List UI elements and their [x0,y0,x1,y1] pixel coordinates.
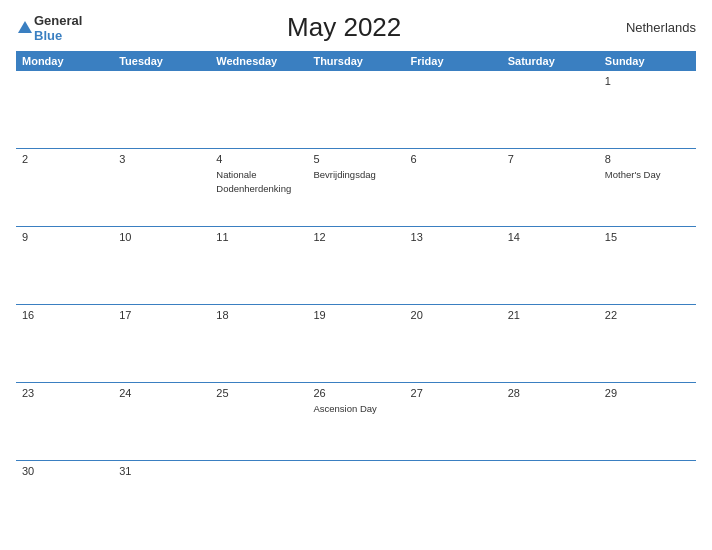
day-num-16: 16 [22,309,107,321]
header-friday: Friday [405,51,502,71]
cal-cell-w0-d6: 1 [599,71,696,148]
cal-cell-w5-d2 [210,461,307,538]
cal-cell-w5-d5 [502,461,599,538]
cal-cell-w0-d0 [16,71,113,148]
day-num-14: 14 [508,231,593,243]
day-num-31: 31 [119,465,204,477]
cal-cell-w3-d0: 16 [16,305,113,382]
cal-cell-w3-d6: 22 [599,305,696,382]
day-num-9: 9 [22,231,107,243]
day-num-2: 2 [22,153,107,165]
cal-cell-w0-d1 [113,71,210,148]
day-num-24: 24 [119,387,204,399]
country-label: Netherlands [606,20,696,35]
day-num-27: 27 [411,387,496,399]
calendar-page: General Blue May 2022 Netherlands Monday… [0,0,712,550]
day-num-18: 18 [216,309,301,321]
holiday-label: Mother's Day [605,169,661,180]
cal-cell-w4-d4: 27 [405,383,502,460]
logo-general: General [34,13,82,28]
cal-cell-w4-d1: 24 [113,383,210,460]
day-num-17: 17 [119,309,204,321]
cal-cell-w2-d3: 12 [307,227,404,304]
day-num-22: 22 [605,309,690,321]
day-num-3: 3 [119,153,204,165]
logo: General Blue [16,13,82,43]
cal-cell-w2-d2: 11 [210,227,307,304]
cal-cell-w5-d1: 31 [113,461,210,538]
day-num-4: 4 [216,153,301,165]
cal-cell-w3-d2: 18 [210,305,307,382]
calendar: Monday Tuesday Wednesday Thursday Friday… [16,51,696,538]
cal-cell-w4-d5: 28 [502,383,599,460]
cal-cell-w5-d0: 30 [16,461,113,538]
calendar-header: Monday Tuesday Wednesday Thursday Friday… [16,51,696,71]
week-row-1: 1 [16,71,696,149]
cal-cell-w1-d4: 6 [405,149,502,226]
cal-cell-w3-d5: 21 [502,305,599,382]
day-num-13: 13 [411,231,496,243]
cal-cell-w1-d6: 8Mother's Day [599,149,696,226]
logo-text: General Blue [34,13,82,43]
cal-cell-w4-d6: 29 [599,383,696,460]
cal-cell-w0-d4 [405,71,502,148]
day-num-8: 8 [605,153,690,165]
cal-cell-w1-d0: 2 [16,149,113,226]
week-row-6: 3031 [16,461,696,538]
cal-cell-w4-d2: 25 [210,383,307,460]
day-num-1: 1 [605,75,690,87]
day-num-29: 29 [605,387,690,399]
cal-cell-w3-d3: 19 [307,305,404,382]
cal-cell-w2-d6: 15 [599,227,696,304]
day-num-5: 5 [313,153,398,165]
day-num-21: 21 [508,309,593,321]
day-num-25: 25 [216,387,301,399]
day-num-19: 19 [313,309,398,321]
header-wednesday: Wednesday [210,51,307,71]
header-saturday: Saturday [502,51,599,71]
day-num-28: 28 [508,387,593,399]
cal-cell-w3-d1: 17 [113,305,210,382]
cal-cell-w1-d2: 4Nationale Dodenherdenking [210,149,307,226]
week-row-3: 9101112131415 [16,227,696,305]
day-num-7: 7 [508,153,593,165]
cal-cell-w4-d0: 23 [16,383,113,460]
cal-cell-w0-d3 [307,71,404,148]
day-num-20: 20 [411,309,496,321]
holiday-label: Bevrijdingsdag [313,169,375,180]
week-row-2: 234Nationale Dodenherdenking5Bevrijdings… [16,149,696,227]
week-row-4: 16171819202122 [16,305,696,383]
cal-cell-w2-d4: 13 [405,227,502,304]
cal-cell-w5-d4 [405,461,502,538]
header-thursday: Thursday [307,51,404,71]
day-num-12: 12 [313,231,398,243]
cal-cell-w2-d0: 9 [16,227,113,304]
cal-cell-w2-d5: 14 [502,227,599,304]
holiday-label: Ascension Day [313,403,376,414]
day-num-10: 10 [119,231,204,243]
calendar-body: 1234Nationale Dodenherdenking5Bevrijding… [16,71,696,538]
day-num-30: 30 [22,465,107,477]
cal-cell-w1-d5: 7 [502,149,599,226]
header-sunday: Sunday [599,51,696,71]
cal-cell-w5-d3 [307,461,404,538]
cal-cell-w0-d5 [502,71,599,148]
cal-cell-w2-d1: 10 [113,227,210,304]
cal-cell-w5-d6 [599,461,696,538]
header-tuesday: Tuesday [113,51,210,71]
logo-icon [16,21,32,35]
cal-cell-w0-d2 [210,71,307,148]
month-title: May 2022 [82,12,606,43]
cal-cell-w3-d4: 20 [405,305,502,382]
cal-cell-w1-d1: 3 [113,149,210,226]
logo-triangle-icon [18,21,32,33]
day-num-15: 15 [605,231,690,243]
header: General Blue May 2022 Netherlands [16,12,696,43]
cal-cell-w1-d3: 5Bevrijdingsdag [307,149,404,226]
week-row-5: 23242526Ascension Day272829 [16,383,696,461]
cal-cell-w4-d3: 26Ascension Day [307,383,404,460]
holiday-label: Nationale Dodenherdenking [216,169,291,194]
day-num-11: 11 [216,231,301,243]
logo-blue: Blue [34,28,62,43]
header-monday: Monday [16,51,113,71]
